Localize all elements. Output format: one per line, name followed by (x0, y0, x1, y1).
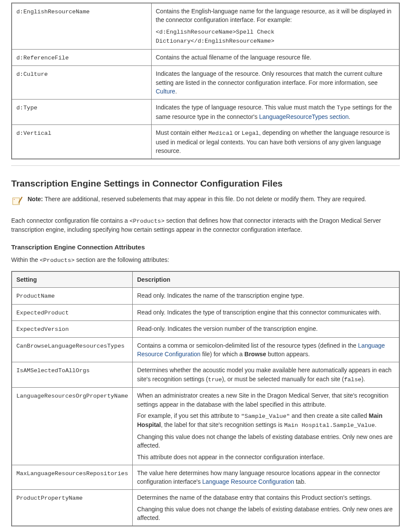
cell-text: ), or must be selected manually for each… (222, 376, 344, 383)
note-label: Note: (28, 196, 43, 202)
cell-text: Contains the actual filename of the lang… (156, 54, 311, 61)
setting-name: ExpectedProduct (16, 310, 69, 316)
inline-code: <Products> (40, 257, 75, 264)
inline-code: "Sample_Value" (241, 413, 290, 420)
table-row: ProductName Read only. Indicates the nam… (12, 288, 399, 305)
setting-name: CanBrowseLanguageResourcesTypes (16, 343, 125, 349)
product-name: Dragon Medical Server (267, 392, 328, 399)
section-divider (11, 165, 400, 166)
setting-name: ProductPropertyName (16, 495, 83, 501)
section-lead: Each connector configuration file contai… (11, 216, 400, 234)
col-header-setting: Setting (12, 271, 133, 288)
inline-code: Main Hospital.Sample_Value (284, 422, 375, 429)
table-row: MaxLanguageResourcesRepositories The val… (12, 465, 399, 490)
code-example: <d:EnglishResourceName>Spell Check (156, 29, 274, 35)
cell-text: tab. (294, 478, 306, 485)
cell-text: Changing this value does not change the … (137, 433, 392, 449)
inline-code: <Products> (130, 218, 165, 224)
inline-code: Type (336, 105, 350, 111)
language-resource-config-link[interactable]: Language Resource Configuration (202, 478, 294, 485)
subelement-name: d:Vertical (16, 130, 51, 137)
cell-text: Contains a comma or semicolon-delimited … (137, 342, 358, 349)
inline-code: false (344, 376, 361, 383)
cell-text: This attribute does not appear in the co… (137, 454, 324, 460)
table-row: ProductPropertyName Determines the name … (12, 490, 399, 526)
cell-text: Determines the name of the database entr… (137, 494, 371, 501)
cell-text: ). (361, 376, 365, 383)
subelement-name: d:ReferenceFile (16, 55, 69, 61)
subelement-name: d:Type (16, 105, 37, 111)
setting-name: IsAMSelectedToAllOrgs (16, 367, 90, 374)
setting-name: MaxLanguageResourcesRepositories (16, 470, 128, 477)
table-header-row: Setting Description (12, 271, 399, 288)
table-row: ExpectedVersion Read-only. Indicates the… (12, 321, 399, 338)
inline-code: Medical (209, 130, 233, 137)
subsection-lead: Within the <Products> section are the fo… (11, 255, 400, 265)
language-resource-subelements-table: d:EnglishResourceName Contains the Engli… (11, 3, 400, 159)
cell-text: For example, if you set this attribute t… (137, 412, 241, 419)
cell-text: Changing this value does not change the … (137, 506, 392, 521)
cell-text: Indicates the language of the resource. … (156, 70, 383, 86)
inline-code: Legal (242, 130, 259, 137)
table-row: CanBrowseLanguageResourcesTypes Contains… (12, 337, 399, 362)
subsection-heading: Transcription Engine Connection Attribut… (11, 243, 400, 252)
cell-text: When an administrator creates a new Site… (137, 392, 267, 399)
col-header-description: Description (133, 271, 399, 288)
cell-text: Contains the English-language name for t… (156, 8, 392, 23)
table-row: IsAMSelectedToAllOrgs Determines whether… (12, 362, 399, 388)
setting-name: ProductName (16, 293, 55, 299)
cell-text: and then create a site called (290, 412, 369, 419)
table-row: LanguageResourcesOrgPropertyName When an… (12, 388, 399, 465)
code-example: Dictionary</d:EnglishResourceName> (156, 38, 274, 44)
cell-text: Must contain either (156, 129, 209, 136)
table-row: d:Culture Indicates the language of the … (12, 66, 399, 100)
connection-attributes-table: Setting Description ProductName Read onl… (11, 271, 400, 527)
cell-text: Read only. Indicates the type of transcr… (137, 309, 381, 316)
cell-text: button appears. (266, 351, 310, 358)
section-heading: Transcription Engine Settings in Connect… (11, 177, 400, 190)
language-resource-types-link[interactable]: LanguageResourceTypes section (259, 113, 349, 120)
cell-text: Indicates the type of language resource.… (156, 104, 337, 111)
table-row: d:EnglishResourceName Contains the Engli… (12, 3, 399, 49)
cell-text: . (349, 113, 350, 120)
cell-text: . (175, 88, 177, 95)
cell-text: , the label for that site's recognition … (161, 421, 284, 428)
culture-link[interactable]: Culture (156, 88, 175, 95)
svg-point-1 (14, 199, 15, 200)
setting-name: ExpectedVersion (16, 326, 69, 333)
cell-text: or (233, 129, 241, 136)
cell-text: Read only. Indicates the name of the tra… (137, 292, 304, 299)
subelement-name: d:EnglishResourceName (16, 9, 90, 15)
inline-code: true (208, 376, 222, 383)
note-body: There are additional, reserved subelemen… (44, 196, 366, 202)
note-box: Note: There are additional, reserved sub… (11, 195, 400, 208)
cell-text: file) for which a (200, 351, 244, 358)
cell-text: Read-only. Indicates the version number … (137, 325, 318, 332)
subelement-name: d:Culture (16, 71, 48, 78)
table-row: ExpectedProduct Read only. Indicates the… (12, 304, 399, 321)
table-row: d:ReferenceFile Contains the actual file… (12, 49, 399, 66)
cell-text: . (375, 421, 377, 428)
setting-name: LanguageResourcesOrgPropertyName (16, 393, 128, 399)
table-row: d:Type Indicates the type of language re… (12, 100, 399, 125)
table-row: d:Vertical Must contain either Medical o… (12, 125, 399, 159)
note-icon (11, 196, 23, 208)
bold-text: Browse (244, 351, 266, 358)
